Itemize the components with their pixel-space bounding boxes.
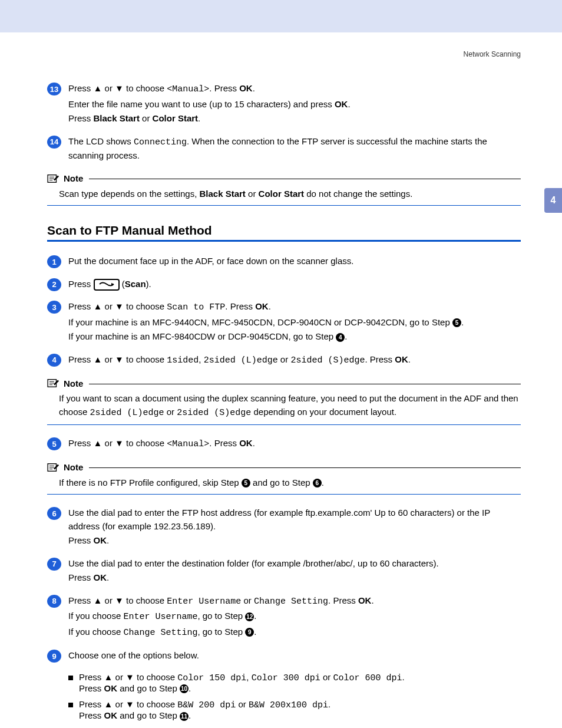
text: or xyxy=(102,595,115,605)
text: and go to Step xyxy=(250,477,313,487)
note-label: Note xyxy=(64,378,83,388)
step-number-badge: 9 xyxy=(47,650,61,663)
note-underline xyxy=(47,494,521,495)
text: or xyxy=(241,595,254,605)
text: or xyxy=(236,699,249,709)
step-body: Press ▲ or ▼ to choose Scan to FTP. Pres… xyxy=(68,300,521,345)
text: The LCD shows xyxy=(68,136,134,146)
bullet-item: Press ▲ or ▼ to choose B&W 200 dpi or B&… xyxy=(68,699,521,721)
text: Press xyxy=(68,279,94,289)
text: Use the dial pad to enter the destinatio… xyxy=(68,557,521,571)
sub-bullets: Press ▲ or ▼ to choose Color 150 dpi, Co… xyxy=(68,672,521,721)
mono-text: Color 150 dpi xyxy=(177,673,246,683)
text: do not change the settings. xyxy=(304,189,412,199)
note-text: If there is no FTP Profile configured, s… xyxy=(59,476,521,490)
step-body: Press ▲ or ▼ to choose <Manual>. Press O… xyxy=(68,82,521,127)
text: Press xyxy=(68,354,94,364)
note-pencil-icon xyxy=(47,173,60,184)
mono-text: 1sided xyxy=(167,355,199,365)
step-5: 5 Press ▲ or ▼ to choose <Manual>. Press… xyxy=(47,437,521,453)
text: . Press xyxy=(328,595,358,605)
note-text: If you want to scan a document using the… xyxy=(59,392,521,420)
step-number-badge: 2 xyxy=(47,278,61,291)
step-body: Press ▲ or ▼ to choose 1sided, 2sided (L… xyxy=(68,353,521,369)
step-number-badge: 3 xyxy=(47,301,61,314)
bold: Color Start xyxy=(259,189,305,199)
text: Press xyxy=(68,535,94,545)
text: . xyxy=(328,699,330,709)
text: , go to Step xyxy=(197,627,245,637)
note-block: Note If you want to scan a document usin… xyxy=(47,378,521,425)
ok-label: OK xyxy=(94,535,107,545)
text: . Press xyxy=(365,354,395,364)
up-arrow-icon: ▲ xyxy=(104,699,113,709)
step-body: The LCD shows Connecting. When the conne… xyxy=(68,135,521,164)
text: . xyxy=(402,672,404,682)
text: or xyxy=(102,354,115,364)
text: . xyxy=(461,317,464,327)
up-arrow-icon: ▲ xyxy=(104,672,113,682)
note-rule xyxy=(89,179,521,179)
mono-text: B&W 200x100 dpi xyxy=(249,700,328,710)
text: , go to Step xyxy=(197,611,245,621)
ok-label: OK xyxy=(94,572,107,582)
note-pencil-icon xyxy=(47,462,60,473)
step-number-badge: 8 xyxy=(47,595,61,608)
text: , xyxy=(199,354,203,364)
mono-text: Scan to FTP xyxy=(167,302,225,312)
ok-label: OK xyxy=(358,595,372,605)
text: . xyxy=(371,595,373,605)
text: Press xyxy=(79,710,104,720)
text: depending on your document layout. xyxy=(251,407,396,417)
page-content: Network Scanning 4 13 Press ▲ or ▼ to ch… xyxy=(0,32,562,728)
step-number-badge: 5 xyxy=(47,437,61,450)
bold: Black Start xyxy=(94,113,140,123)
step-ref-icon: 12 xyxy=(245,612,254,621)
note-label: Note xyxy=(64,173,83,183)
step-body: Press ▲ or ▼ to choose <Manual>. Press O… xyxy=(68,437,521,453)
ok-label: OK xyxy=(239,438,253,448)
mono-text: Color 300 dpi xyxy=(252,673,320,683)
text: . xyxy=(322,477,324,487)
bold: Color Start xyxy=(153,113,199,123)
text: to choose xyxy=(124,595,167,605)
text: . Press xyxy=(209,438,239,448)
chapter-tab: 4 xyxy=(544,188,562,213)
text: Choose one of the options below. xyxy=(68,649,521,663)
text: to choose xyxy=(124,438,167,448)
step-9: 9 Choose one of the options below. xyxy=(47,649,521,664)
mono-text: B&W 200 dpi xyxy=(177,700,236,710)
note-block: Note Scan type depends on the settings, … xyxy=(47,173,521,206)
text: to choose xyxy=(124,83,167,93)
text: . Press xyxy=(209,83,239,93)
step-number-badge: 14 xyxy=(47,136,61,149)
ok-label: OK xyxy=(255,301,269,311)
note-pencil-icon xyxy=(47,378,60,388)
text: Press xyxy=(79,699,104,709)
text: to choose xyxy=(134,699,177,709)
up-arrow-icon: ▲ xyxy=(94,83,103,93)
text: Press xyxy=(68,301,94,311)
text: or xyxy=(164,407,177,417)
down-arrow-icon: ▼ xyxy=(115,83,124,93)
down-arrow-icon: ▼ xyxy=(115,301,124,311)
mono-text: Enter Username xyxy=(167,597,241,607)
mono-text: Color 600 dpi xyxy=(333,673,402,683)
text: or xyxy=(246,189,259,199)
step-body: Press (Scan). xyxy=(68,278,521,292)
section-header: Network Scanning xyxy=(47,50,521,58)
text: Put the document face up in the ADF, or … xyxy=(68,255,521,268)
mono-text: Connecting xyxy=(134,137,187,147)
bold: Black Start xyxy=(200,189,246,199)
text: Press xyxy=(79,672,104,682)
mono-text: 2sided (L)edge xyxy=(204,355,278,365)
text: or xyxy=(102,301,115,311)
down-arrow-icon: ▼ xyxy=(125,699,134,709)
mono-text: 2sided (S)edge xyxy=(290,355,365,365)
bullet-body: Press ▲ or ▼ to choose Color 150 dpi, Co… xyxy=(79,672,405,694)
step-6: 6 Use the dial pad to enter the FTP host… xyxy=(47,506,521,549)
text: Use the dial pad to enter the FTP host a… xyxy=(68,506,521,533)
step-number-badge: 13 xyxy=(47,83,61,95)
text: If your machine is an MFC-9840CDW or DCP… xyxy=(68,331,336,341)
step-ref-icon: 4 xyxy=(336,333,345,342)
